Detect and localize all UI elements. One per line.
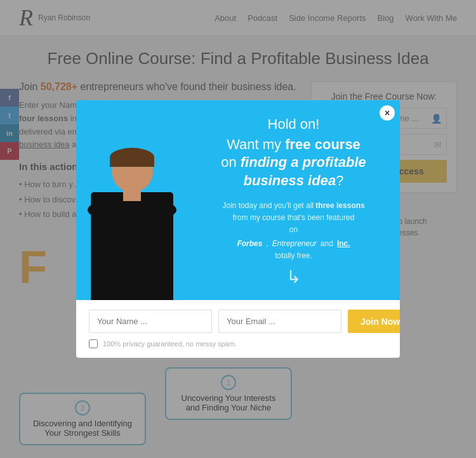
person-hair — [110, 148, 154, 167]
modal-close-button[interactable]: × — [380, 105, 395, 121]
tagline-bold: free course — [285, 136, 360, 152]
modal-tagline: Want my free course on finding a profita… — [200, 136, 387, 190]
privacy-checkbox[interactable] — [89, 339, 98, 348]
person-shoulders — [88, 197, 176, 223]
person-silhouette — [88, 141, 176, 300]
arrow-icon: ↳ — [200, 266, 387, 287]
modal-person-image — [76, 100, 187, 300]
modal-sub-text: Join today and you'll get all three less… — [200, 200, 387, 237]
inc-pub: Inc. — [337, 239, 350, 248]
modal-hold-on: Hold on! — [200, 116, 387, 133]
tagline-italic: finding a profitablebusiness idea — [241, 154, 366, 188]
person-neck — [123, 190, 141, 201]
modal-free-text: totally free. — [200, 251, 387, 260]
modal-footer: Join Now 100% privacy guaranteed, no mes… — [76, 300, 400, 358]
modal-inputs-row: Join Now — [89, 310, 387, 333]
entrepreneur-pub: Entrepreneur — [272, 239, 317, 248]
modal-privacy: 100% privacy guaranteed, no messy spam. — [89, 339, 387, 348]
modal-overlay[interactable]: × Hold on! — [0, 0, 476, 458]
forbes-pub: Forbes — [237, 239, 262, 248]
modal-dialog: × Hold on! — [76, 100, 400, 358]
modal-text-area: Hold on! Want my free course on finding … — [187, 100, 400, 300]
privacy-text: 100% privacy guaranteed, no messy spam. — [103, 340, 237, 348]
modal-email-input[interactable] — [218, 310, 341, 333]
modal-join-button[interactable]: Join Now — [348, 310, 400, 333]
modal-publications: Forbes, Entrepreneur and Inc. — [200, 239, 387, 248]
modal-name-input[interactable] — [89, 310, 212, 333]
modal-body: Hold on! Want my free course on finding … — [76, 100, 400, 300]
